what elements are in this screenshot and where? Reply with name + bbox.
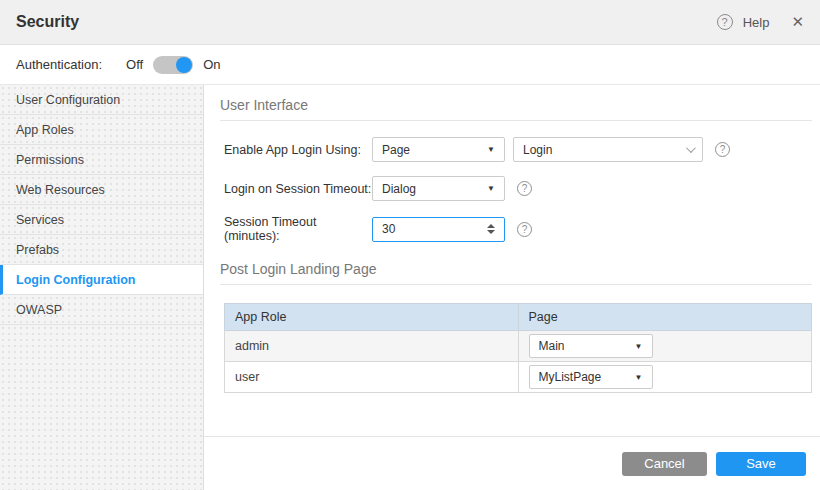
sidebar-item-owasp[interactable]: OWASP (0, 295, 203, 325)
user-page-select[interactable]: MyListPage ▼ (529, 365, 653, 389)
cancel-button[interactable]: Cancel (622, 452, 707, 476)
sidebar: User Configuration App Roles Permissions… (0, 85, 204, 490)
toggle-off-label: Off (126, 57, 143, 72)
login-mode-value: Page (382, 143, 410, 157)
enable-app-login-label: Enable App Login Using: (224, 143, 372, 157)
caret-down-icon: ▼ (635, 342, 643, 351)
toggle-on-label: On (203, 57, 220, 72)
admin-page-value: Main (539, 339, 565, 353)
table-header-row: App Role Page (225, 304, 812, 331)
chevron-down-icon (686, 143, 696, 153)
column-header-app-role: App Role (225, 304, 519, 331)
user-page-value: MyListPage (539, 370, 602, 384)
content-wrapper: User Configuration App Roles Permissions… (0, 85, 820, 490)
login-page-value: Login (523, 143, 552, 157)
session-timeout-row: Session Timeout (minutes): 30 ? (224, 215, 812, 243)
landing-page-table: App Role Page admin Main ▼ user (224, 303, 812, 393)
page-cell: MyListPage ▼ (518, 362, 812, 393)
session-timeout-input[interactable]: 30 (372, 217, 505, 242)
close-icon[interactable]: ✕ (791, 13, 804, 31)
timeout-mode-select[interactable]: Dialog ▼ (372, 176, 505, 201)
stepper-up-icon[interactable] (487, 224, 495, 228)
dialog-header: Security ? Help ✕ (0, 0, 820, 45)
caret-down-icon: ▼ (635, 373, 643, 382)
login-on-timeout-row: Login on Session Timeout: Dialog ▼ ? (224, 176, 812, 201)
table-row: admin Main ▼ (225, 331, 812, 362)
main-panel: User Interface Enable App Login Using: P… (204, 85, 820, 490)
header-actions: ? Help ✕ (717, 13, 804, 31)
sidebar-item-web-resources[interactable]: Web Resources (0, 175, 203, 205)
timeout-mode-value: Dialog (382, 182, 416, 196)
number-stepper-icon[interactable] (487, 224, 495, 234)
column-header-page: Page (518, 304, 812, 331)
authentication-bar: Authentication: Off On (0, 45, 820, 85)
sidebar-item-services[interactable]: Services (0, 205, 203, 235)
user-interface-form: Enable App Login Using: Page ▼ Login ? L… (220, 121, 812, 261)
save-button[interactable]: Save (716, 452, 806, 476)
authentication-label: Authentication: (16, 57, 102, 72)
help-link[interactable]: Help (743, 15, 770, 30)
authentication-toggle[interactable] (153, 56, 193, 74)
section-title-user-interface: User Interface (220, 97, 812, 121)
page-cell: Main ▼ (518, 331, 812, 362)
app-role-cell: admin (225, 331, 519, 362)
sidebar-item-user-configuration[interactable]: User Configuration (0, 85, 203, 115)
section-title-post-login: Post Login Landing Page (220, 261, 812, 285)
table-row: user MyListPage ▼ (225, 362, 812, 393)
enable-app-login-row: Enable App Login Using: Page ▼ Login ? (224, 137, 812, 162)
app-role-cell: user (225, 362, 519, 393)
caret-down-icon: ▼ (487, 184, 495, 193)
login-on-timeout-label: Login on Session Timeout: (224, 182, 372, 196)
session-timeout-help-icon[interactable]: ? (517, 222, 532, 237)
page-title: Security (16, 13, 79, 31)
admin-page-select[interactable]: Main ▼ (529, 334, 653, 358)
session-timeout-value: 30 (382, 222, 395, 236)
help-circle-icon[interactable]: ? (717, 14, 733, 30)
login-on-timeout-help-icon[interactable]: ? (517, 181, 532, 196)
sidebar-item-app-roles[interactable]: App Roles (0, 115, 203, 145)
sidebar-item-login-configuration[interactable]: Login Configuration (0, 265, 203, 295)
sidebar-item-prefabs[interactable]: Prefabs (0, 235, 203, 265)
sidebar-item-permissions[interactable]: Permissions (0, 145, 203, 175)
stepper-down-icon[interactable] (487, 230, 495, 234)
toggle-knob-icon (176, 57, 192, 73)
caret-down-icon: ▼ (487, 145, 495, 154)
login-page-select[interactable]: Login (513, 137, 703, 162)
session-timeout-label: Session Timeout (minutes): (224, 215, 372, 243)
footer-actions: Cancel Save (204, 436, 820, 490)
enable-app-login-help-icon[interactable]: ? (715, 142, 730, 157)
login-mode-select[interactable]: Page ▼ (372, 137, 505, 162)
